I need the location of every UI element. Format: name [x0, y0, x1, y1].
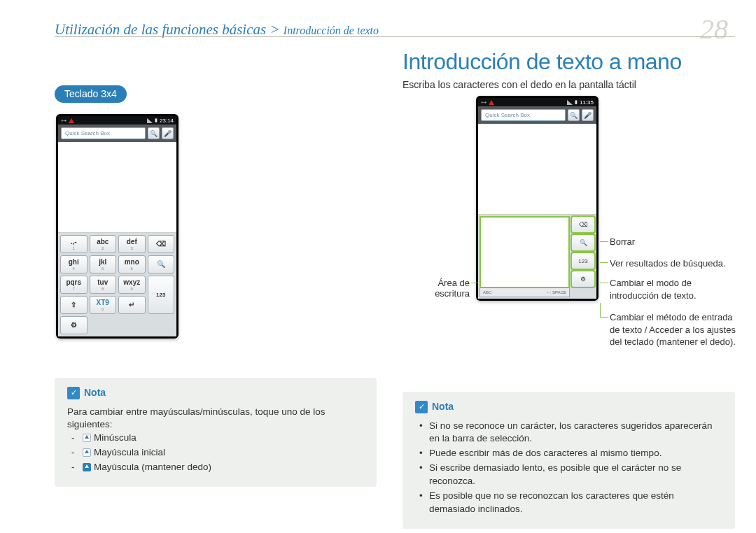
side-key-search[interactable]: 🔍	[571, 234, 595, 251]
status-time: 23:14	[160, 118, 174, 124]
callout-del: Borrar	[610, 236, 635, 248]
mic-icon[interactable]: 🎤	[582, 109, 594, 121]
statusbar: ⊶ ▮11:35	[478, 98, 596, 106]
breadcrumb-sub: Introducción de texto	[284, 24, 379, 36]
phone-3x4: ⊶ ▮23:14 Quick Search Box 🔍 🎤 .,-1 abc2 …	[56, 114, 178, 339]
note-intro: Para cambiar entre mayúsculas/minúsculas…	[67, 406, 364, 432]
note-icon: ✓	[415, 401, 428, 413]
callout-line	[600, 283, 608, 283]
side-keys: ⌫ 🔍 123 ⚙	[571, 216, 595, 297]
breadcrumb-main: Utilización de las funciones básicas >	[55, 21, 284, 38]
key-6[interactable]: mno6	[118, 255, 146, 273]
status-time: 11:35	[580, 99, 594, 106]
callout-line	[600, 262, 608, 263]
callout-gear: Cambiar el método de entrada de texto / …	[610, 311, 743, 348]
right-column: Introducción de texto a mano Escriba los…	[402, 49, 735, 529]
key-8[interactable]: tuv8	[90, 276, 117, 294]
note-title: Nota	[432, 400, 454, 414]
key-4[interactable]: ghi4	[60, 255, 88, 273]
phone-handwriting-wrap: ⊶ ▮11:35 Quick Search Box 🔍 🎤 ABC ←: SPA…	[402, 96, 735, 301]
callout-search: Ver resultados de búsqueda.	[610, 257, 726, 270]
callout-line	[600, 303, 608, 317]
warning-icon	[69, 118, 74, 123]
note-icon: ✓	[67, 387, 80, 399]
callout-mode: Cambiar el modo de introducción de texto…	[610, 277, 736, 301]
list-item: Es posible que no se reconozcan los cara…	[415, 490, 722, 516]
callout-area: Área de escritura	[405, 278, 470, 299]
key-1[interactable]: .,-1	[60, 235, 88, 253]
note-list-left: Minúscula Mayúscula inicial Mayúscula (m…	[67, 432, 364, 474]
handwriting-area[interactable]	[479, 216, 570, 288]
search-icon[interactable]: 🔍	[568, 109, 580, 121]
key-5[interactable]: jkl5	[90, 255, 117, 273]
page-header: Utilización de las funciones básicas > I…	[55, 15, 728, 43]
page-number: 28	[700, 15, 728, 43]
text-area[interactable]	[478, 124, 596, 215]
key-xt9[interactable]: XT90	[90, 296, 117, 314]
callout-line	[600, 241, 608, 242]
statusbar: ⊶ ▮23:14	[58, 116, 176, 125]
searchbar: Quick Search Box 🔍 🎤	[58, 125, 176, 142]
side-key-123[interactable]: 123	[571, 253, 595, 269]
shift-outline-icon	[83, 434, 91, 442]
lead-text: Escriba los caracteres con el dedo en la…	[402, 79, 735, 90]
key-search[interactable]: 🔍	[148, 255, 175, 273]
section-title: Introducción de texto a mano	[402, 49, 735, 75]
shift-fill-icon	[83, 448, 91, 457]
shift-blue-icon	[83, 463, 91, 471]
mode-strip[interactable]: ABC ←: SPACE	[479, 287, 570, 297]
list-item: Si escribe demasiado lento, es posible q…	[415, 462, 722, 488]
signal-icon	[147, 118, 153, 123]
signal-icon	[567, 100, 573, 105]
left-column: Teclado 3x4 ⊶ ▮23:14 Quick Search Box 🔍 …	[55, 85, 377, 487]
note-box-right: ✓ Nota Si no se reconoce un carácter, lo…	[402, 392, 735, 529]
key-7[interactable]: pqrs7	[60, 276, 88, 294]
key-9[interactable]: wxyz9	[118, 276, 146, 294]
callout-line	[471, 283, 478, 283]
note-title: Nota	[84, 386, 106, 400]
list-item: Si no se reconoce un carácter, los carac…	[415, 420, 722, 446]
side-key-del[interactable]: ⌫	[571, 216, 595, 233]
warning-icon	[489, 100, 494, 105]
key-3[interactable]: def3	[118, 235, 146, 253]
key-shift[interactable]: ⇧	[60, 296, 88, 314]
search-input[interactable]: Quick Search Box	[61, 127, 146, 139]
key-2[interactable]: abc2	[90, 235, 117, 253]
key-del[interactable]: ⌫	[148, 235, 175, 253]
note-list-right: Si no se reconoce un carácter, los carac…	[415, 420, 722, 516]
breadcrumb: Utilización de las funciones básicas > I…	[55, 21, 379, 38]
text-area[interactable]	[58, 142, 176, 233]
list-item: Mayúscula inicial	[67, 446, 364, 460]
list-item: Puede escribir más de dos caracteres al …	[415, 447, 722, 460]
mic-icon[interactable]: 🎤	[162, 127, 174, 139]
key-123[interactable]: 123	[148, 276, 175, 314]
list-item: Minúscula	[67, 432, 364, 445]
handwriting-panel: ABC ←: SPACE ⌫ 🔍 123 ⚙	[478, 215, 596, 299]
note-box-left: ✓ Nota Para cambiar entre mayúsculas/min…	[55, 378, 377, 487]
phone-handwriting: ⊶ ▮11:35 Quick Search Box 🔍 🎤 ABC ←: SPA…	[476, 96, 598, 301]
searchbar: Quick Search Box 🔍 🎤	[478, 106, 596, 124]
search-icon[interactable]: 🔍	[148, 127, 160, 139]
list-item: Mayúscula (mantener dedo)	[67, 461, 364, 474]
key-enter[interactable]: ↵	[118, 296, 146, 314]
side-key-gear[interactable]: ⚙	[571, 271, 595, 287]
keypad-3x4: .,-1 abc2 def3 ⌫ ghi4 jkl5 mno6 🔍 pqrs7 …	[58, 233, 176, 336]
header-divider	[55, 36, 735, 37]
key-gear[interactable]: ⚙	[60, 316, 88, 334]
search-input[interactable]: Quick Search Box	[481, 109, 566, 121]
section-pill-3x4: Teclado 3x4	[55, 85, 127, 103]
callout-line	[600, 317, 608, 318]
